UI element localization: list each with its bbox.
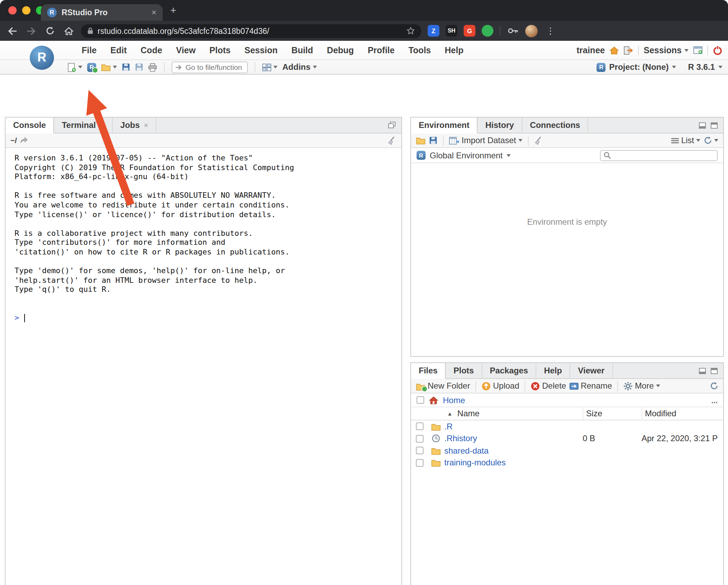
- tab-environment[interactable]: Environment: [411, 118, 478, 133]
- minimize-pane-icon[interactable]: [699, 122, 706, 128]
- close-icon[interactable]: ×: [100, 121, 104, 129]
- browser-tab[interactable]: R RStudio Pro ×: [41, 4, 163, 21]
- pane-layout-button[interactable]: [262, 63, 277, 71]
- menu-item-code[interactable]: Code: [134, 45, 169, 55]
- menu-item-file[interactable]: File: [75, 45, 103, 55]
- more-menu-button[interactable]: More: [624, 381, 660, 391]
- home-button[interactable]: [62, 25, 75, 37]
- console-output[interactable]: R version 3.6.1 (2019-07-05) -- "Action …: [6, 148, 401, 323]
- menu-item-session[interactable]: Session: [237, 45, 284, 55]
- tab-connections[interactable]: Connections: [522, 118, 588, 133]
- upload-button[interactable]: Upload: [482, 381, 519, 391]
- rename-button[interactable]: Rename: [570, 381, 612, 391]
- clear-console-broom-icon[interactable]: [388, 136, 397, 145]
- tab-console[interactable]: Console: [6, 118, 54, 133]
- home-directory-icon[interactable]: [429, 396, 438, 404]
- chrome-menu-icon[interactable]: ⋮: [544, 26, 557, 35]
- tab-packages[interactable]: Packages: [482, 363, 536, 378]
- clear-environment-broom-icon[interactable]: [534, 136, 543, 145]
- power-quit-icon[interactable]: [713, 45, 722, 55]
- environment-search-box[interactable]: [600, 150, 718, 161]
- back-button[interactable]: [6, 25, 19, 37]
- list-view-button[interactable]: List: [672, 136, 700, 145]
- delete-button[interactable]: Delete: [531, 381, 566, 391]
- url-text[interactable]: rstudio.ccdatalab.org/s/5c3afcfc78a318b0…: [98, 27, 402, 35]
- import-dataset-button[interactable]: Import Dataset: [449, 136, 522, 145]
- file-link[interactable]: training-modules: [444, 458, 506, 468]
- maximize-pane-icon[interactable]: [711, 122, 718, 128]
- goto-file-function-box[interactable]: [172, 61, 248, 73]
- minimize-pane-icon[interactable]: [699, 368, 706, 374]
- close-window-button[interactable]: [8, 6, 17, 15]
- address-bar[interactable]: rstudio.ccdatalab.org/s/5c3afcfc78a318b0…: [81, 24, 421, 38]
- tab-help[interactable]: Help: [536, 363, 570, 378]
- column-header-modified[interactable]: Modified: [641, 407, 723, 420]
- file-checkbox[interactable]: [416, 435, 423, 443]
- file-checkbox[interactable]: [416, 447, 423, 455]
- new-session-icon[interactable]: [693, 46, 702, 54]
- print-button[interactable]: [148, 63, 157, 72]
- close-icon[interactable]: ×: [144, 121, 148, 129]
- new-project-button[interactable]: R: [87, 63, 96, 72]
- goto-directory-icon[interactable]: [20, 137, 28, 144]
- file-row[interactable]: .R: [411, 420, 723, 433]
- menu-item-debug[interactable]: Debug: [320, 45, 361, 55]
- console-prompt-line[interactable]: >: [15, 313, 401, 323]
- project-menu[interactable]: R Project: (None): [597, 62, 676, 72]
- chevron-down-icon[interactable]: [507, 154, 511, 157]
- forward-button[interactable]: [25, 25, 37, 37]
- menu-item-tools[interactable]: Tools: [401, 45, 438, 55]
- quit-session-icon[interactable]: [624, 46, 633, 54]
- menu-item-profile[interactable]: Profile: [361, 45, 402, 55]
- new-folder-button[interactable]: New Folder: [416, 381, 470, 391]
- save-workspace-icon[interactable]: [429, 136, 437, 145]
- global-environment-label[interactable]: Global Environment: [430, 150, 503, 160]
- tab-files[interactable]: Files: [411, 363, 446, 379]
- breadcrumb-home-link[interactable]: Home: [443, 395, 465, 405]
- save-button[interactable]: [122, 63, 130, 71]
- menu-item-build[interactable]: Build: [284, 45, 320, 55]
- extension-zotero-icon[interactable]: Z: [428, 25, 439, 37]
- file-link[interactable]: shared-data: [444, 446, 489, 456]
- new-tab-button[interactable]: +: [170, 5, 176, 16]
- sessions-menu[interactable]: Sessions: [644, 45, 689, 55]
- bookmark-star-icon[interactable]: [406, 26, 415, 35]
- file-link[interactable]: .R: [444, 422, 453, 431]
- addins-menu[interactable]: Addins: [282, 62, 317, 72]
- tab-history[interactable]: History: [478, 118, 522, 133]
- menu-item-help[interactable]: Help: [438, 45, 470, 55]
- tab-close-icon[interactable]: ×: [152, 8, 156, 17]
- profile-avatar[interactable]: [525, 25, 538, 37]
- menu-item-edit[interactable]: Edit: [103, 45, 134, 55]
- open-file-button[interactable]: [101, 63, 117, 71]
- tab-jobs[interactable]: Jobs ×: [113, 118, 157, 133]
- maximize-pane-icon[interactable]: [711, 368, 718, 374]
- file-checkbox[interactable]: [416, 459, 423, 467]
- load-workspace-folder-icon[interactable]: [416, 136, 426, 145]
- file-row[interactable]: shared-data: [411, 445, 723, 457]
- file-row[interactable]: .Rhistory 0 B Apr 22, 2020, 3:21 P: [411, 433, 723, 445]
- select-all-checkbox[interactable]: [417, 396, 424, 404]
- column-header-name[interactable]: ▲ Name: [444, 407, 583, 420]
- user-home-icon[interactable]: [610, 46, 619, 54]
- file-link[interactable]: .Rhistory: [444, 434, 477, 444]
- password-key-icon[interactable]: [507, 25, 519, 37]
- extension-grammarly-icon[interactable]: G: [464, 25, 475, 37]
- goto-file-function-input[interactable]: [185, 63, 244, 71]
- tab-plots[interactable]: Plots: [446, 363, 482, 378]
- popout-pane-icon[interactable]: [388, 122, 396, 129]
- minimize-window-button[interactable]: [22, 6, 30, 15]
- file-row[interactable]: training-modules: [411, 457, 723, 469]
- refresh-files-icon[interactable]: [710, 382, 718, 390]
- menu-item-plots[interactable]: Plots: [202, 45, 237, 55]
- save-all-button[interactable]: [135, 63, 143, 71]
- breadcrumb-more-button[interactable]: ...: [711, 396, 718, 404]
- new-file-button[interactable]: [68, 63, 82, 72]
- menu-item-view[interactable]: View: [169, 45, 203, 55]
- file-checkbox[interactable]: [416, 423, 423, 430]
- extension-green-icon[interactable]: [482, 25, 493, 37]
- r-version-menu[interactable]: R 3.6.1: [688, 62, 722, 72]
- refresh-environment-button[interactable]: [704, 136, 718, 145]
- column-header-size[interactable]: Size: [583, 407, 641, 420]
- reload-button[interactable]: [44, 25, 56, 37]
